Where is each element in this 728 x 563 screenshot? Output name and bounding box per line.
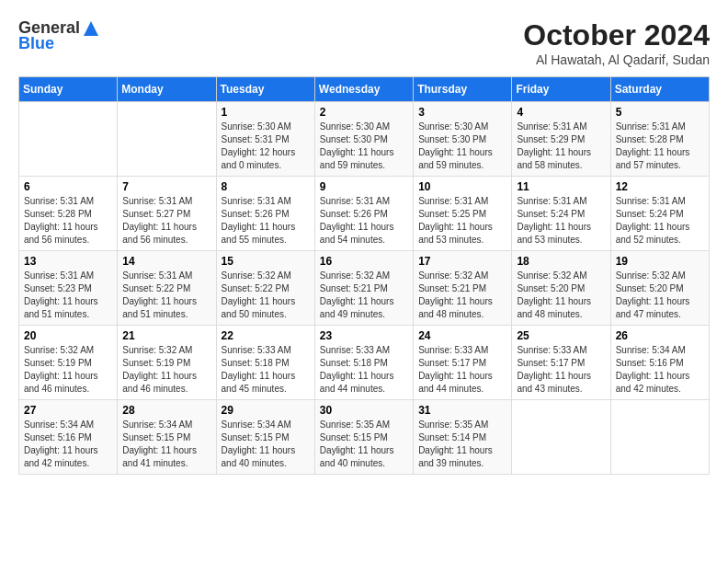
day-info: Sunrise: 5:31 AMSunset: 5:28 PMDaylight:… xyxy=(616,121,704,172)
day-number: 28 xyxy=(122,404,210,417)
calendar-cell: 4Sunrise: 5:31 AMSunset: 5:29 PMDaylight… xyxy=(512,102,610,177)
day-info: Sunrise: 5:31 AMSunset: 5:23 PMDaylight:… xyxy=(24,270,112,321)
day-number: 24 xyxy=(418,329,506,342)
day-number: 3 xyxy=(418,106,506,119)
calendar-cell: 23Sunrise: 5:33 AMSunset: 5:18 PMDayligh… xyxy=(314,326,413,400)
day-info: Sunrise: 5:31 AMSunset: 5:26 PMDaylight:… xyxy=(320,195,408,247)
calendar-cell: 14Sunrise: 5:31 AMSunset: 5:22 PMDayligh… xyxy=(118,251,216,326)
calendar-cell: 29Sunrise: 5:34 AMSunset: 5:15 PMDayligh… xyxy=(216,400,314,475)
day-number: 7 xyxy=(122,180,210,193)
calendar-cell: 5Sunrise: 5:31 AMSunset: 5:28 PMDaylight… xyxy=(610,102,709,177)
day-number: 22 xyxy=(222,329,310,342)
title-area: October 2024 Al Hawatah, Al Qadarif, Sud… xyxy=(523,18,710,67)
calendar-cell: 18Sunrise: 5:32 AMSunset: 5:20 PMDayligh… xyxy=(512,251,610,326)
calendar-cell: 9Sunrise: 5:31 AMSunset: 5:26 PMDaylight… xyxy=(314,177,413,251)
calendar-cell: 31Sunrise: 5:35 AMSunset: 5:14 PMDayligh… xyxy=(414,400,512,475)
day-info: Sunrise: 5:30 AMSunset: 5:30 PMDaylight:… xyxy=(320,121,408,172)
day-header-friday: Friday xyxy=(512,77,610,102)
calendar-cell: 17Sunrise: 5:32 AMSunset: 5:21 PMDayligh… xyxy=(414,251,512,326)
day-header-saturday: Saturday xyxy=(610,77,709,102)
day-number: 14 xyxy=(122,255,210,268)
calendar-cell: 13Sunrise: 5:31 AMSunset: 5:23 PMDayligh… xyxy=(19,251,118,326)
day-number: 17 xyxy=(418,255,506,268)
calendar-cell xyxy=(512,400,610,475)
day-info: Sunrise: 5:31 AMSunset: 5:25 PMDaylight:… xyxy=(418,195,506,247)
day-number: 10 xyxy=(418,180,506,193)
calendar-header-row: SundayMondayTuesdayWednesdayThursdayFrid… xyxy=(19,77,710,102)
day-info: Sunrise: 5:34 AMSunset: 5:15 PMDaylight:… xyxy=(122,419,210,470)
day-number: 21 xyxy=(122,329,210,342)
day-info: Sunrise: 5:31 AMSunset: 5:22 PMDaylight:… xyxy=(122,270,210,321)
day-info: Sunrise: 5:32 AMSunset: 5:22 PMDaylight:… xyxy=(222,270,310,321)
calendar-cell: 2Sunrise: 5:30 AMSunset: 5:30 PMDaylight… xyxy=(314,102,413,177)
day-info: Sunrise: 5:31 AMSunset: 5:24 PMDaylight:… xyxy=(517,195,605,247)
day-number: 2 xyxy=(320,106,408,119)
calendar-cell xyxy=(19,102,118,177)
calendar-cell: 25Sunrise: 5:33 AMSunset: 5:17 PMDayligh… xyxy=(512,326,610,400)
calendar-cell: 1Sunrise: 5:30 AMSunset: 5:31 PMDaylight… xyxy=(216,102,314,177)
day-info: Sunrise: 5:33 AMSunset: 5:17 PMDaylight:… xyxy=(418,344,506,396)
day-number: 19 xyxy=(616,255,704,268)
day-info: Sunrise: 5:35 AMSunset: 5:14 PMDaylight:… xyxy=(418,419,506,470)
calendar-cell: 22Sunrise: 5:33 AMSunset: 5:18 PMDayligh… xyxy=(216,326,314,400)
subtitle: Al Hawatah, Al Qadarif, Sudan xyxy=(523,52,710,67)
day-info: Sunrise: 5:30 AMSunset: 5:31 PMDaylight:… xyxy=(222,121,310,172)
day-info: Sunrise: 5:31 AMSunset: 5:26 PMDaylight:… xyxy=(222,195,310,247)
calendar-cell: 19Sunrise: 5:32 AMSunset: 5:20 PMDayligh… xyxy=(610,251,709,326)
header: General Blue October 2024 Al Hawatah, Al… xyxy=(18,18,710,67)
day-info: Sunrise: 5:31 AMSunset: 5:29 PMDaylight:… xyxy=(517,121,605,172)
day-number: 26 xyxy=(616,329,704,342)
day-info: Sunrise: 5:33 AMSunset: 5:17 PMDaylight:… xyxy=(517,344,605,396)
day-number: 11 xyxy=(517,180,605,193)
day-info: Sunrise: 5:31 AMSunset: 5:27 PMDaylight:… xyxy=(122,195,210,247)
day-info: Sunrise: 5:33 AMSunset: 5:18 PMDaylight:… xyxy=(222,344,310,396)
calendar-cell: 10Sunrise: 5:31 AMSunset: 5:25 PMDayligh… xyxy=(414,177,512,251)
calendar-cell: 16Sunrise: 5:32 AMSunset: 5:21 PMDayligh… xyxy=(314,251,413,326)
calendar-cell: 12Sunrise: 5:31 AMSunset: 5:24 PMDayligh… xyxy=(610,177,709,251)
calendar-cell: 8Sunrise: 5:31 AMSunset: 5:26 PMDaylight… xyxy=(216,177,314,251)
day-info: Sunrise: 5:33 AMSunset: 5:18 PMDaylight:… xyxy=(320,344,408,396)
day-info: Sunrise: 5:34 AMSunset: 5:15 PMDaylight:… xyxy=(222,419,310,470)
calendar-cell: 30Sunrise: 5:35 AMSunset: 5:15 PMDayligh… xyxy=(314,400,413,475)
calendar-cell: 28Sunrise: 5:34 AMSunset: 5:15 PMDayligh… xyxy=(118,400,216,475)
calendar-cell xyxy=(610,400,709,475)
calendar-week-row: 6Sunrise: 5:31 AMSunset: 5:28 PMDaylight… xyxy=(19,177,710,251)
day-info: Sunrise: 5:35 AMSunset: 5:15 PMDaylight:… xyxy=(320,419,408,470)
logo-icon xyxy=(82,19,100,38)
calendar-week-row: 27Sunrise: 5:34 AMSunset: 5:16 PMDayligh… xyxy=(19,400,710,475)
calendar-cell: 7Sunrise: 5:31 AMSunset: 5:27 PMDaylight… xyxy=(118,177,216,251)
day-number: 27 xyxy=(24,404,112,417)
day-number: 8 xyxy=(222,180,310,193)
day-number: 23 xyxy=(320,329,408,342)
calendar-cell xyxy=(118,102,216,177)
calendar-cell: 3Sunrise: 5:30 AMSunset: 5:30 PMDaylight… xyxy=(414,102,512,177)
day-number: 9 xyxy=(320,180,408,193)
day-number: 4 xyxy=(517,106,605,119)
day-info: Sunrise: 5:32 AMSunset: 5:21 PMDaylight:… xyxy=(320,270,408,321)
month-title: October 2024 xyxy=(523,18,710,52)
day-info: Sunrise: 5:34 AMSunset: 5:16 PMDaylight:… xyxy=(616,344,704,396)
calendar-cell: 6Sunrise: 5:31 AMSunset: 5:28 PMDaylight… xyxy=(19,177,118,251)
calendar-cell: 11Sunrise: 5:31 AMSunset: 5:24 PMDayligh… xyxy=(512,177,610,251)
day-number: 31 xyxy=(418,404,506,417)
day-number: 15 xyxy=(222,255,310,268)
day-info: Sunrise: 5:32 AMSunset: 5:19 PMDaylight:… xyxy=(24,344,112,396)
day-header-sunday: Sunday xyxy=(19,77,118,102)
calendar-cell: 15Sunrise: 5:32 AMSunset: 5:22 PMDayligh… xyxy=(216,251,314,326)
day-number: 25 xyxy=(517,329,605,342)
day-info: Sunrise: 5:32 AMSunset: 5:20 PMDaylight:… xyxy=(517,270,605,321)
day-number: 13 xyxy=(24,255,112,268)
day-header-tuesday: Tuesday xyxy=(216,77,314,102)
calendar-cell: 20Sunrise: 5:32 AMSunset: 5:19 PMDayligh… xyxy=(19,326,118,400)
day-header-wednesday: Wednesday xyxy=(314,77,413,102)
calendar-cell: 24Sunrise: 5:33 AMSunset: 5:17 PMDayligh… xyxy=(414,326,512,400)
day-info: Sunrise: 5:31 AMSunset: 5:24 PMDaylight:… xyxy=(616,195,704,247)
day-info: Sunrise: 5:32 AMSunset: 5:21 PMDaylight:… xyxy=(418,270,506,321)
calendar-week-row: 1Sunrise: 5:30 AMSunset: 5:31 PMDaylight… xyxy=(19,102,710,177)
calendar-cell: 26Sunrise: 5:34 AMSunset: 5:16 PMDayligh… xyxy=(610,326,709,400)
calendar-table: SundayMondayTuesdayWednesdayThursdayFrid… xyxy=(18,76,710,475)
svg-marker-0 xyxy=(84,21,98,36)
day-info: Sunrise: 5:31 AMSunset: 5:28 PMDaylight:… xyxy=(24,195,112,247)
calendar-week-row: 20Sunrise: 5:32 AMSunset: 5:19 PMDayligh… xyxy=(19,326,710,400)
day-info: Sunrise: 5:30 AMSunset: 5:30 PMDaylight:… xyxy=(418,121,506,172)
